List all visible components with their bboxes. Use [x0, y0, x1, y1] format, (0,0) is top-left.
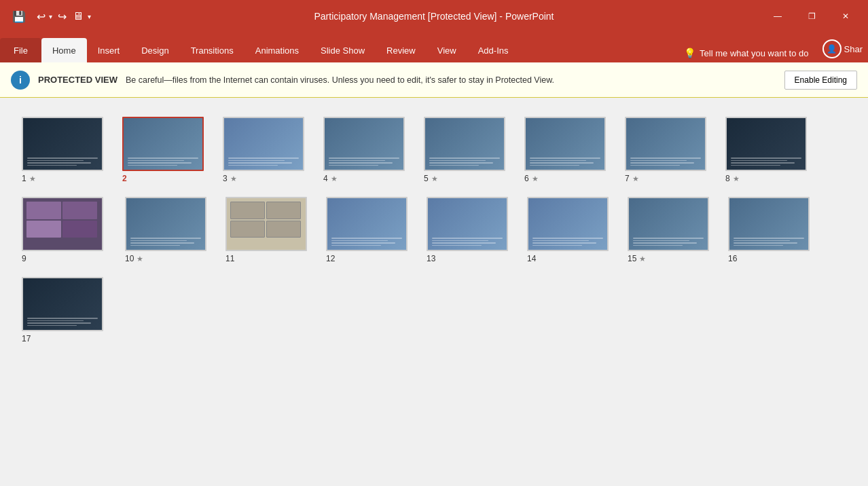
slide-num-row-13: 13 — [427, 254, 435, 263]
slide-number-6: 6 — [524, 174, 529, 183]
slide-item-5[interactable]: 5★ — [424, 117, 505, 183]
slide-number-8: 8 — [725, 174, 730, 183]
slide-num-row-11: 11 — [225, 254, 234, 263]
slide-thumbnail-2 — [122, 117, 204, 171]
user-avatar: 👤 — [822, 39, 842, 58]
slide-number-2: 2 — [122, 174, 127, 183]
slide-num-row-6: 6★ — [524, 174, 539, 183]
slide-star-6: ★ — [532, 174, 539, 183]
undo-dropdown[interactable]: ▾ — [49, 13, 52, 20]
slide-item-13[interactable]: 13 — [427, 197, 508, 263]
slide-item-2[interactable]: 2 — [122, 117, 204, 183]
info-icon: i — [11, 71, 30, 90]
slide-star-7: ★ — [632, 174, 639, 183]
tab-design[interactable]: Design — [130, 38, 179, 62]
slide-num-row-10: 10★ — [125, 254, 143, 263]
tab-insert[interactable]: Insert — [87, 38, 131, 62]
slide-thumbnail-1 — [22, 117, 103, 171]
slide-star-10: ★ — [137, 255, 143, 263]
slide-num-row-9: 9 — [22, 254, 26, 263]
tab-file[interactable]: File — [0, 38, 41, 62]
slide-num-row-14: 14 — [527, 254, 536, 263]
redo-icon[interactable]: ↪ — [55, 10, 69, 23]
tab-add-ins[interactable]: Add-Ins — [467, 38, 520, 62]
window-title: Participatory Management [Protected View… — [314, 11, 554, 22]
slide-num-row-4: 4★ — [323, 174, 338, 183]
slide-number-12: 12 — [326, 254, 335, 263]
protected-view-banner: i PROTECTED VIEW Be careful—files from t… — [0, 62, 868, 98]
slide-star-15: ★ — [639, 255, 646, 263]
slide-thumbnail-9 — [22, 197, 103, 251]
slide-thumbnail-13 — [427, 197, 508, 251]
slide-num-row-1: 1★ — [22, 174, 36, 183]
slide-number-14: 14 — [527, 254, 536, 263]
slide-thumbnail-14 — [527, 197, 609, 251]
slide-star-1: ★ — [29, 174, 36, 183]
slide-num-row-5: 5★ — [424, 174, 438, 183]
slide-thumbnail-7 — [625, 117, 706, 171]
tab-home[interactable]: Home — [41, 38, 87, 62]
tab-review[interactable]: Review — [376, 38, 427, 62]
slides-row-1: 1★23★4★5★6★7★8★910★1112131415★1617 — [0, 105, 868, 356]
slide-item-17[interactable]: 17 — [22, 277, 103, 343]
slide-number-3: 3 — [223, 174, 228, 183]
slide-item-11[interactable]: 11 — [225, 197, 307, 263]
slide-thumbnail-5 — [424, 117, 505, 171]
slide-number-10: 10 — [125, 254, 134, 263]
slide-item-14[interactable]: 14 — [527, 197, 609, 263]
slide-num-row-12: 12 — [326, 254, 335, 263]
tell-me-bar[interactable]: 💡 Tell me what you want to do — [676, 43, 816, 62]
ribbon-tabs: File Home Insert Design Transitions Anim… — [0, 33, 868, 62]
slide-thumbnail-16 — [728, 197, 810, 251]
save-icon[interactable]: 💾 — [12, 10, 26, 23]
close-button[interactable]: ✕ — [830, 6, 861, 26]
protected-view-label: PROTECTED VIEW — [38, 75, 117, 85]
share-label: Shar — [844, 44, 863, 54]
slide-item-8[interactable]: 8★ — [725, 117, 807, 183]
slide-thumbnail-6 — [524, 117, 606, 171]
slide-number-17: 17 — [22, 334, 31, 343]
lightbulb-icon: 💡 — [684, 48, 695, 58]
slide-item-7[interactable]: 7★ — [625, 117, 706, 183]
slide-item-4[interactable]: 4★ — [323, 117, 405, 183]
slide-item-10[interactable]: 10★ — [125, 197, 206, 263]
restore-button[interactable]: ❐ — [796, 6, 827, 26]
share-button[interactable]: 👤 Shar — [817, 35, 868, 62]
slide-item-3[interactable]: 3★ — [223, 117, 304, 183]
window-controls: — ❐ ✕ — [762, 6, 861, 26]
slide-thumbnail-15 — [628, 197, 709, 251]
slide-star-4: ★ — [331, 174, 338, 183]
tab-animations[interactable]: Animations — [245, 38, 310, 62]
slide-thumbnail-8 — [725, 117, 807, 171]
slide-num-row-15: 15★ — [628, 254, 646, 263]
tab-slide-show[interactable]: Slide Show — [310, 38, 376, 62]
slide-num-row-7: 7★ — [625, 174, 639, 183]
slide-thumbnail-3 — [223, 117, 304, 171]
slide-number-7: 7 — [625, 174, 630, 183]
slide-number-9: 9 — [22, 254, 26, 263]
slides-panel: 1★23★4★5★6★7★8★910★1112131415★1617 — [0, 98, 868, 486]
enable-editing-button[interactable]: Enable Editing — [784, 71, 857, 90]
tab-transitions[interactable]: Transitions — [180, 38, 245, 62]
slide-thumbnail-10 — [125, 197, 206, 251]
qat-dropdown[interactable]: ▾ — [88, 13, 91, 20]
slide-item-6[interactable]: 6★ — [524, 117, 606, 183]
undo-icon[interactable]: ↩ — [34, 10, 48, 23]
slide-star-8: ★ — [733, 174, 740, 183]
slide-num-row-3: 3★ — [223, 174, 237, 183]
slide-star-3: ★ — [230, 174, 237, 183]
slide-thumbnail-4 — [323, 117, 405, 171]
slide-number-5: 5 — [424, 174, 429, 183]
slide-number-4: 4 — [323, 174, 328, 183]
tab-view[interactable]: View — [427, 38, 467, 62]
slide-item-15[interactable]: 15★ — [628, 197, 709, 263]
slide-item-12[interactable]: 12 — [326, 197, 408, 263]
slide-num-row-17: 17 — [22, 334, 31, 343]
slide-item-9[interactable]: 9 — [22, 197, 103, 263]
slide-item-1[interactable]: 1★ — [22, 117, 103, 183]
minimize-button[interactable]: — — [762, 6, 793, 26]
slide-item-16[interactable]: 16 — [728, 197, 810, 263]
slide-number-13: 13 — [427, 254, 435, 263]
slide-number-11: 11 — [225, 254, 234, 263]
presenter-icon[interactable]: 🖥 — [71, 10, 85, 23]
